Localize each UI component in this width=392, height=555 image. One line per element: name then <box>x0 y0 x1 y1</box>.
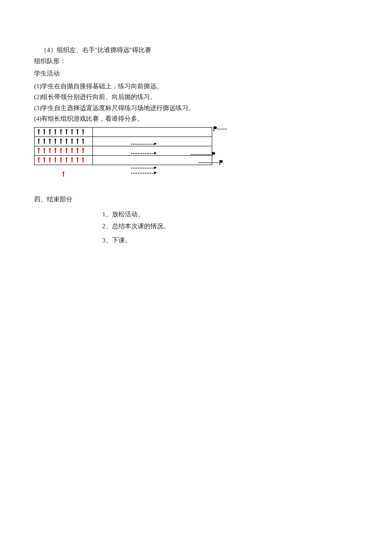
section4-item-2: 2、总结本次课的情况。 <box>102 221 358 232</box>
person-icon <box>76 148 79 153</box>
person-icon <box>48 129 51 134</box>
person-icon <box>54 129 57 134</box>
group-row-1 <box>34 128 93 137</box>
person-icon <box>81 139 84 144</box>
person-icon <box>59 148 62 153</box>
person-icon <box>70 157 73 163</box>
arrow-icon <box>131 173 154 174</box>
group-row-2 <box>34 137 93 146</box>
group-row-4 <box>34 156 93 165</box>
person-icon <box>48 148 51 153</box>
student-step-2: (2)组长带领分别进行向前、向后抛的练习。 <box>34 92 358 103</box>
person-icon <box>76 139 79 144</box>
arrow-head-icon <box>154 142 157 145</box>
person-icon <box>48 157 51 163</box>
leader-marker <box>34 165 93 175</box>
person-icon <box>76 157 79 163</box>
track-row-4: ᖰ <box>93 156 212 165</box>
track-row-1: ᖰ <box>93 128 212 137</box>
person-icon <box>43 157 46 163</box>
person-icon <box>43 148 46 153</box>
person-icon <box>59 129 62 134</box>
person-icon <box>48 139 51 144</box>
person-icon <box>76 129 79 134</box>
section4-item-1: 1、放松活动。 <box>102 209 358 220</box>
flag-line-icon <box>190 154 211 155</box>
arrow-head-icon <box>154 171 157 174</box>
person-icon <box>65 139 68 144</box>
arrow-icon <box>131 168 154 169</box>
person-icon <box>37 148 40 153</box>
person-icon <box>70 129 73 134</box>
formation-label: 组织队形： <box>34 56 358 67</box>
person-icon <box>43 129 46 134</box>
student-step-4: (4)有组长组织游戏比赛，看谁得分多。 <box>34 113 358 125</box>
arrow-icon <box>131 144 154 145</box>
arrow-head-icon <box>154 166 157 169</box>
student-step-3: (3)学生自主选择适宜远度标尺得练习场地进行掷远练习。 <box>34 103 358 114</box>
person-icon <box>37 139 40 144</box>
flag-line-icon <box>217 129 227 129</box>
person-icon <box>54 157 57 163</box>
person-icon <box>54 139 57 144</box>
person-icon <box>65 157 68 163</box>
person-icon <box>70 139 73 144</box>
person-icon <box>65 148 68 153</box>
track-row-2 <box>93 137 212 146</box>
person-icon <box>70 148 73 153</box>
track-row-3: ᖰ <box>93 146 212 156</box>
person-icon <box>81 129 84 134</box>
arrow-head-icon <box>154 152 157 154</box>
student-activity-heading: 学生活动 <box>34 68 358 79</box>
person-icon <box>81 157 84 163</box>
person-icon <box>54 148 57 153</box>
flag-line-icon <box>198 163 219 163</box>
track-rows-right: ᖰ ᖰ ᖰ <box>93 127 212 165</box>
person-icon <box>37 157 40 163</box>
track-below-1 <box>93 165 212 174</box>
person-icon <box>43 139 46 144</box>
person-icon <box>65 129 68 134</box>
group-row-3 <box>34 146 93 156</box>
person-icon <box>37 129 40 134</box>
person-icon <box>59 157 62 163</box>
teacher-activity-line4: （4）组织左、右手"比谁掷得远"得比赛 <box>34 45 358 56</box>
person-icon <box>81 148 84 153</box>
document-page: （4）组织左、右手"比谁掷得远"得比赛 组织队形： 学生活动 (1)学生在自抛自… <box>0 0 392 246</box>
section4-heading: 四、结束部分 <box>34 194 358 205</box>
arrow-icon <box>131 153 154 154</box>
person-icon <box>59 139 62 144</box>
section4-item-3: 3、下课。 <box>102 235 358 246</box>
group-rows-left <box>34 127 93 165</box>
student-step-1: (1)学生在自抛自接得基础上，练习向前掷远。 <box>34 81 358 92</box>
formation-diagram: ᖰ ᖰ ᖰ <box>34 127 358 175</box>
flag-icon: ᖰ <box>219 157 223 169</box>
